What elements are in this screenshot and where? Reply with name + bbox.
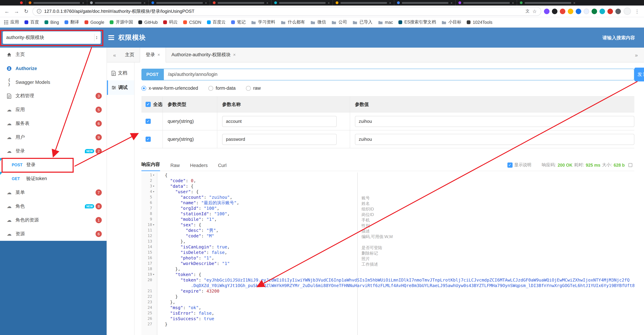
tab-close-icon[interactable]: ×: [573, 1, 575, 5]
reload-icon[interactable]: ↻: [23, 8, 30, 14]
extension-icon[interactable]: [544, 8, 550, 14]
rail-item-调试[interactable]: 调试: [107, 80, 134, 95]
extension-icon[interactable]: [592, 8, 597, 14]
tab-close-icon[interactable]: ×: [266, 1, 268, 5]
forward-icon[interactable]: →: [13, 8, 20, 14]
browser-tab[interactable]: ×: [394, 0, 455, 6]
bookmark-item[interactable]: 什么都有: [281, 19, 305, 25]
module-select[interactable]: authority-权限模块 ▴▾: [3, 32, 101, 44]
radio-icon[interactable]: [246, 86, 251, 90]
page-info-icon[interactable]: i: [37, 9, 42, 14]
extension-icon[interactable]: [568, 8, 573, 14]
tabs-collapse-icon[interactable]: «: [110, 52, 120, 58]
bookmark-item[interactable]: 码云: [163, 19, 178, 25]
param-name-input[interactable]: account: [222, 116, 337, 127]
send-button[interactable]: 发送: [634, 68, 644, 82]
param-name-input[interactable]: password: [222, 134, 337, 145]
sidebar-item[interactable]: ☁服务表6: [0, 116, 106, 130]
browser-tab[interactable]: ×: [148, 0, 210, 6]
tab-close-icon[interactable]: ×: [450, 1, 452, 5]
select-spinner-icon[interactable]: ▴▾: [94, 34, 99, 42]
bookmark-item[interactable]: 翻译: [64, 19, 79, 25]
browser-tab[interactable]: ×: [210, 0, 271, 6]
close-icon[interactable]: ×: [158, 48, 160, 62]
response-tab[interactable]: Raw: [170, 163, 180, 171]
sidebar-operation-get[interactable]: GET验证token: [0, 172, 106, 186]
omnibox[interactable]: i 127.0.0.1:8760/api/gate/doc.html#/auth…: [32, 7, 541, 16]
doc-tab[interactable]: Authorize-authority-权限模块×: [166, 48, 241, 62]
fullscreen-icon[interactable]: [628, 163, 632, 167]
avatar[interactable]: [624, 8, 631, 15]
tab-close-icon[interactable]: ×: [389, 1, 391, 5]
browser-menu-icon[interactable]: ⋮: [634, 8, 640, 14]
bookmark-item[interactable]: 应用: [4, 19, 19, 25]
bookmark-item[interactable]: ES搜索引擎文档: [398, 19, 436, 25]
sidebar-item[interactable]: ☁应用5: [0, 103, 106, 116]
fold-icon[interactable]: ▾: [153, 172, 156, 178]
bookmark-item[interactable]: 小目标: [442, 19, 461, 25]
tab-close-icon[interactable]: ×: [82, 1, 84, 5]
browser-tab[interactable]: ×: [271, 0, 332, 6]
tab-close-icon[interactable]: ×: [205, 1, 207, 5]
bookmark-item[interactable]: 微信: [310, 19, 326, 25]
bookmark-item[interactable]: GitHub: [138, 20, 158, 25]
sidebar-item[interactable]: 主页: [0, 48, 106, 62]
sidebar-item[interactable]: 文档管理3: [0, 89, 106, 103]
sidebar-item[interactable]: Authorize: [0, 62, 106, 75]
tabs-expand-icon[interactable]: »: [632, 52, 641, 58]
bookmark-item[interactable]: CSDN: [183, 20, 202, 25]
response-tab[interactable]: Curl: [218, 163, 226, 171]
back-icon[interactable]: ←: [4, 8, 10, 14]
sidebar-operation-post[interactable]: POST登录: [0, 158, 106, 172]
content-type-option[interactable]: raw: [246, 86, 261, 91]
rail-item-文档[interactable]: 文档: [107, 66, 134, 80]
doc-tab[interactable]: 主页: [120, 48, 140, 62]
bookmark-item[interactable]: mac: [378, 20, 393, 25]
close-icon[interactable]: ×: [233, 48, 236, 62]
fold-icon[interactable]: ▾: [153, 222, 156, 228]
sidebar-item[interactable]: ☁菜单7: [0, 186, 106, 200]
sidebar-item[interactable]: ☁登录NEW2: [0, 144, 106, 158]
request-url-input[interactable]: /api/authority/anno/login: [164, 69, 634, 80]
header-search-input[interactable]: [559, 35, 635, 40]
response-tab[interactable]: 响应内容: [142, 162, 160, 171]
bookmark-item[interactable]: 百度云: [207, 19, 226, 25]
translate-icon[interactable]: 文: [526, 8, 530, 14]
browser-tab[interactable]: ×: [87, 0, 148, 6]
bookmark-item[interactable]: 已导入: [352, 19, 372, 25]
param-value-input[interactable]: zuihou: [355, 116, 634, 127]
tab-close-icon[interactable]: ×: [328, 1, 330, 5]
sidebar-item[interactable]: ☁角色NEW8: [0, 200, 106, 213]
extension-icon[interactable]: [615, 8, 621, 14]
select-all-checkbox[interactable]: ✓: [146, 102, 151, 107]
param-value-input[interactable]: zuihou: [355, 134, 634, 145]
radio-icon[interactable]: [208, 86, 213, 90]
show-description-checkbox[interactable]: ✓: [507, 162, 512, 168]
browser-tab[interactable]: ×: [455, 0, 517, 6]
tab-close-icon[interactable]: ×: [512, 1, 514, 5]
extension-icon[interactable]: [576, 8, 581, 14]
extension-icon[interactable]: [608, 8, 613, 14]
param-checkbox[interactable]: ✓: [146, 119, 151, 124]
browser-tab[interactable]: ×: [517, 0, 578, 6]
fold-icon[interactable]: ▾: [153, 272, 156, 278]
doc-tab[interactable]: 登录×: [140, 48, 166, 62]
content-type-option[interactable]: form-data: [208, 86, 236, 91]
bookmark-star-icon[interactable]: ☆: [532, 8, 537, 14]
bookmark-item[interactable]: 学习资料: [251, 19, 275, 25]
bookmark-item[interactable]: 开源中国: [110, 19, 133, 25]
extension-icon[interactable]: [600, 8, 605, 14]
hamburger-icon[interactable]: [108, 35, 114, 40]
extension-icon[interactable]: [584, 8, 589, 14]
extension-icon[interactable]: [560, 8, 565, 14]
content-type-option[interactable]: x-www-form-urlencoded: [142, 86, 198, 91]
radio-icon[interactable]: [142, 86, 146, 90]
sidebar-item[interactable]: ☁资源6: [0, 227, 106, 241]
tab-close-icon[interactable]: ×: [144, 1, 146, 5]
response-tab[interactable]: Headers: [190, 163, 208, 171]
bookmark-item[interactable]: 1024Tools: [467, 20, 492, 25]
fold-icon[interactable]: ▾: [153, 184, 156, 189]
bookmark-item[interactable]: 百度: [24, 19, 39, 25]
sidebar-item[interactable]: ☁角色的资源1: [0, 213, 106, 227]
bookmark-item[interactable]: Google: [84, 20, 104, 25]
